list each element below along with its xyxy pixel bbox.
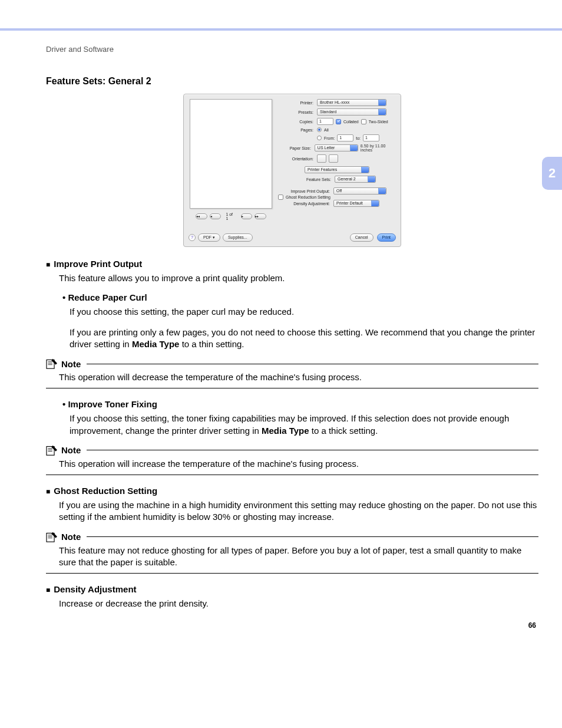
print-dialog-figure: ◂◂ ◂ 1 of 1 ▸ ▸▸ Printer: Brother HL-xxx… [46, 94, 538, 247]
note-2: Note This operation will increase the te… [46, 445, 538, 475]
note-3: Note This feature may not reduce ghostin… [46, 532, 538, 574]
pager-prev-button[interactable]: ◂ [210, 213, 222, 219]
note-1: Note This operation will decrease the te… [46, 358, 538, 388]
pages-from-input[interactable]: 1 [337, 134, 353, 141]
cancel-button[interactable]: Cancel [350, 233, 373, 242]
subitem-reduce-paper-curl: Reduce Paper Curl [62, 292, 538, 302]
orientation-portrait-button[interactable] [317, 154, 326, 163]
subitem-improve-toner-fixing: Improve Toner Fixing [62, 399, 538, 409]
density-adjustment-title: Density Adjustment [54, 584, 136, 594]
item-improve-print-output: Improve Print Output [46, 259, 538, 269]
improve-toner-fixing-p: If you choose this setting, the toner fi… [70, 413, 538, 437]
ghost-reduction-p: If you are using the machine in a high h… [59, 499, 538, 523]
mac-print-dialog: ◂◂ ◂ 1 of 1 ▸ ▸▸ Printer: Brother HL-xxx… [183, 94, 401, 247]
printer-select[interactable]: Brother HL-xxxx [317, 99, 386, 106]
pages-all-radio[interactable] [317, 127, 322, 132]
papersize-label: Paper Size: [278, 146, 312, 150]
item-density-adjustment: Density Adjustment [46, 584, 538, 594]
presets-select[interactable]: Standard [317, 108, 386, 116]
improve-toner-fixing-title: Improve Toner Fixing [68, 399, 157, 409]
pages-to-label: to: [356, 136, 361, 140]
improve-output-label: Improve Print Output: [278, 189, 331, 193]
pages-all-label: All [324, 128, 329, 132]
note-2-body: This operation will increase the tempera… [59, 458, 538, 470]
print-button[interactable]: Print [377, 233, 396, 242]
pager-label: 1 of 1 [223, 212, 238, 220]
page-preview [190, 99, 272, 209]
section-title: Feature Sets: General 2 [46, 76, 538, 87]
ghost-reduction-label: Ghost Reduction Setting [286, 195, 330, 199]
ghost-reduction-title: Ghost Reduction Setting [54, 486, 157, 496]
copies-label: Copies: [278, 120, 315, 124]
pager-last-button[interactable]: ▸▸ [254, 213, 266, 219]
twosided-label: Two-Sided [369, 120, 388, 124]
papersize-select[interactable]: US Letter [315, 144, 358, 151]
pages-range-radio[interactable] [317, 136, 322, 140]
preview-pager: ◂◂ ◂ 1 of 1 ▸ ▸▸ [196, 212, 266, 220]
collated-label: Collated [343, 120, 359, 124]
pages-from-label: From: [324, 136, 335, 140]
top-accent-bar [0, 0, 562, 31]
note-label: Note [61, 359, 81, 369]
pages-to-input[interactable]: 1 [363, 134, 379, 141]
improve-print-output-title: Improve Print Output [54, 259, 142, 269]
supplies-button[interactable]: Supplies... [223, 233, 253, 242]
orientation-landscape-button[interactable] [329, 154, 338, 163]
improve-print-output-desc: This feature allows you to improve a pri… [59, 272, 538, 284]
ghost-reduction-checkbox[interactable] [278, 195, 283, 200]
density-adjustment-p: Increase or decrease the print density. [59, 598, 538, 610]
chapter-tab: 2 [542, 157, 562, 190]
note-icon [46, 445, 58, 456]
breadcrumb: Driver and Software [46, 45, 538, 54]
help-icon[interactable]: ? [189, 234, 196, 241]
twosided-checkbox[interactable] [361, 119, 366, 124]
collated-checkbox[interactable] [336, 119, 341, 124]
note-1-body: This operation will decrease the tempera… [59, 371, 538, 383]
note-icon [46, 532, 58, 542]
pdf-button[interactable]: PDF ▾ [198, 233, 220, 242]
density-adjustment-select[interactable]: Printer Default [333, 200, 379, 207]
printer-label: Printer: [278, 101, 315, 105]
note-label: Note [61, 445, 81, 455]
note-icon [46, 358, 58, 369]
pager-first-button[interactable]: ◂◂ [196, 213, 207, 219]
page-body: 2 Driver and Software Feature Sets: Gene… [0, 31, 562, 641]
orientation-label: Orientation: [278, 157, 315, 161]
featuresets-select[interactable]: General 2 [335, 176, 376, 183]
note-3-body: This feature may not reduce ghosting for… [59, 545, 538, 569]
reduce-paper-curl-p2: If you are printing only a few pages, yo… [70, 327, 538, 351]
density-adjustment-label: Density Adjustment: [278, 202, 331, 206]
panel-select[interactable]: Printer Features [305, 166, 369, 173]
page-number: 66 [528, 621, 536, 630]
presets-label: Presets: [278, 110, 315, 114]
improve-output-select[interactable]: Off [333, 187, 386, 195]
note-label: Note [61, 532, 81, 542]
copies-input[interactable]: 1 [317, 118, 333, 125]
item-ghost-reduction: Ghost Reduction Setting [46, 486, 538, 496]
pages-label: Pages: [278, 128, 315, 132]
featuresets-label: Feature Sets: [290, 177, 332, 182]
pager-next-button[interactable]: ▸ [241, 213, 253, 219]
papersize-hint: 8.50 by 11.00 inches [361, 144, 396, 152]
reduce-paper-curl-p1: If you choose this setting, the paper cu… [70, 306, 538, 318]
reduce-paper-curl-title: Reduce Paper Curl [68, 292, 147, 302]
